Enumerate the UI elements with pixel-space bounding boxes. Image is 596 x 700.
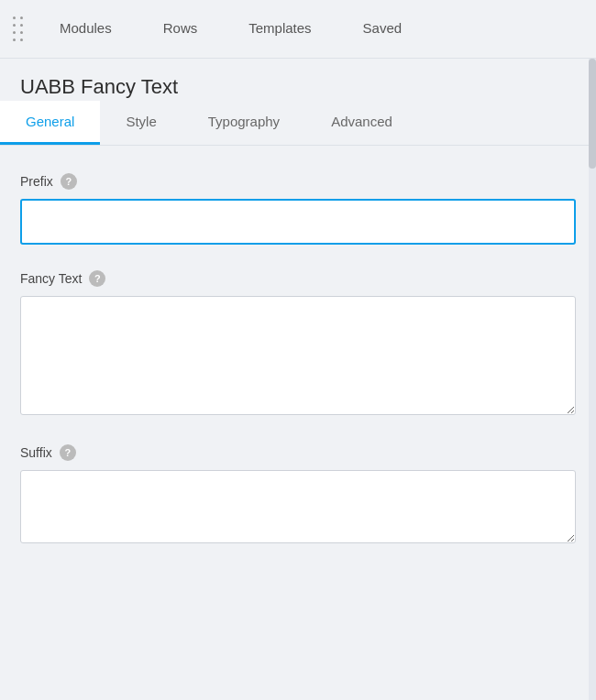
suffix-help-icon[interactable]: ? (60, 444, 76, 461)
prefix-label: Prefix ? (20, 173, 576, 190)
drag-dot (20, 31, 23, 34)
scrollbar-thumb[interactable] (589, 59, 596, 169)
top-nav: Modules Rows Templates Saved (0, 0, 596, 59)
nav-tab-saved[interactable]: Saved (337, 0, 428, 58)
prefix-input[interactable] (20, 199, 576, 245)
tab-general[interactable]: General (0, 101, 100, 145)
suffix-label-text: Suffix (20, 445, 52, 460)
drag-dot (20, 38, 23, 41)
tab-advanced[interactable]: Advanced (305, 101, 418, 145)
drag-dot (13, 38, 16, 41)
drag-dot (13, 24, 16, 27)
fancy-text-help-icon[interactable]: ? (89, 270, 105, 287)
fancy-text-textarea[interactable] (20, 296, 576, 415)
tab-style[interactable]: Style (100, 101, 182, 145)
drag-handle[interactable] (9, 16, 34, 41)
suffix-textarea[interactable] (20, 470, 576, 543)
fancy-text-label-text: Fancy Text (20, 271, 82, 286)
nav-tabs: Modules Rows Templates Saved (34, 0, 596, 58)
drag-dot (20, 16, 23, 19)
page-title: UABB Fancy Text (20, 75, 576, 99)
prefix-field-group: Prefix ? (20, 173, 576, 245)
page-title-area: UABB Fancy Text (0, 59, 596, 99)
tab-typography[interactable]: Typography (182, 101, 305, 145)
prefix-help-icon[interactable]: ? (61, 173, 77, 190)
drag-dot (13, 31, 16, 34)
fancy-text-label: Fancy Text ? (20, 270, 576, 287)
drag-dot (13, 16, 16, 19)
nav-tab-templates[interactable]: Templates (223, 0, 337, 58)
nav-tab-modules[interactable]: Modules (34, 0, 138, 58)
drag-dot (20, 24, 23, 27)
content-tabs: General Style Typography Advanced (0, 101, 596, 146)
scrollbar-track[interactable] (589, 59, 596, 700)
fancy-text-field-group: Fancy Text ? (20, 270, 576, 419)
prefix-label-text: Prefix (20, 174, 53, 189)
nav-tab-rows[interactable]: Rows (138, 0, 224, 58)
main-content: Prefix ? Fancy Text ? Suffix ? (0, 146, 596, 593)
suffix-label: Suffix ? (20, 444, 576, 461)
suffix-field-group: Suffix ? (20, 444, 576, 547)
